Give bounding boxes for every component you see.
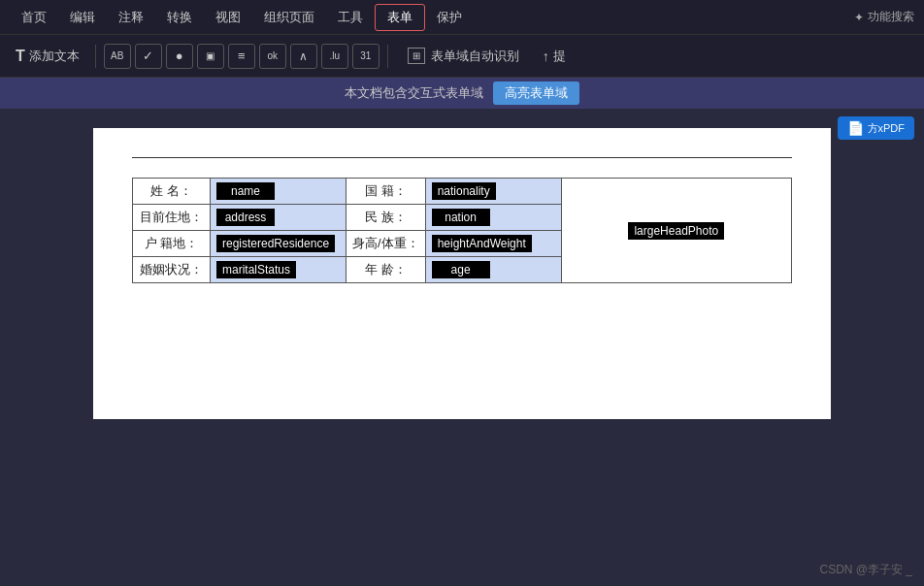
upload-button[interactable]: ↑ 提 (535, 44, 574, 69)
document-area: 姓 名： name 国 籍： nationality largeHeadPhot… (93, 128, 831, 419)
date-icon: 31 (360, 50, 371, 61)
menu-search[interactable]: ✦ 功能搜索 (854, 9, 914, 25)
combo-icon: ▣ (206, 50, 214, 61)
field-age[interactable]: age (425, 257, 561, 283)
label-nation: 民 族： (346, 205, 426, 231)
notice-text: 本文档包含交互式表单域 (345, 84, 483, 102)
search-icon: ✦ (854, 11, 864, 24)
doc-separator (132, 157, 792, 158)
nation-field-value: nation (432, 209, 490, 226)
toolbar-combo-btn[interactable]: ▣ (197, 44, 224, 69)
label-nationality: 国 籍： (346, 179, 426, 205)
residence-field-value: registeredResidence (216, 235, 335, 252)
list-icon: ≡ (238, 49, 246, 63)
photo-field-value: largeHeadPhoto (628, 222, 724, 240)
name-field-value: name (216, 182, 275, 200)
menu-tools[interactable]: 工具 (326, 5, 375, 30)
nationality-field-value: nationality (432, 182, 496, 200)
label-residence: 户 籍地： (133, 231, 211, 257)
pdf-logo-icon: 📄 (847, 120, 864, 136)
photo-cell[interactable]: largeHeadPhoto (561, 179, 791, 283)
ab-icon: AB (111, 50, 123, 61)
field-nationality[interactable]: nationality (425, 179, 561, 205)
stamp-icon: .lu (330, 50, 341, 61)
height-weight-field-value: heightAndWeight (432, 235, 532, 252)
toolbar-sig-btn[interactable]: ∧ (290, 44, 317, 69)
menu-organize[interactable]: 组织页面 (252, 5, 326, 30)
pdf-logo: 📄 方xPDF (838, 116, 915, 140)
upload-icon: ↑ (543, 49, 549, 64)
menu-view[interactable]: 视图 (204, 5, 252, 30)
toolbar-check-btn[interactable]: ✓ (135, 44, 162, 69)
marital-field-value: maritalStatus (216, 261, 296, 278)
sig-icon: ∧ (299, 49, 308, 63)
field-nation[interactable]: nation (425, 205, 561, 231)
toolbar-list-btn[interactable]: ≡ (228, 44, 255, 69)
age-field-value: age (432, 261, 490, 278)
auto-detect-label: 表单域自动识别 (431, 48, 519, 65)
field-height-weight[interactable]: heightAndWeight (425, 231, 561, 257)
menu-home[interactable]: 首页 (10, 5, 58, 30)
radio-icon: ● (176, 49, 183, 63)
menu-convert[interactable]: 转换 (155, 5, 204, 30)
label-name: 姓 名： (133, 179, 211, 205)
pdf-logo-label: 方xPDF (868, 121, 906, 136)
label-age: 年 龄： (346, 257, 426, 283)
add-text-label: 添加文本 (29, 48, 80, 65)
add-text-button[interactable]: T 添加文本 (8, 44, 87, 69)
table-row: 姓 名： name 国 籍： nationality largeHeadPhot… (133, 179, 792, 205)
menu-protect[interactable]: 保护 (425, 5, 474, 30)
menu-form[interactable]: 表单 (375, 4, 425, 31)
upload-label: 提 (553, 48, 566, 65)
ok-icon: ok (268, 50, 279, 61)
toolbar-stamp-btn[interactable]: .lu (321, 44, 348, 69)
divider-2 (387, 45, 388, 68)
notice-bar: 本文档包含交互式表单域 高亮表单域 (0, 78, 924, 109)
highlight-form-button[interactable]: 高亮表单域 (493, 81, 579, 105)
toolbar-ab-btn[interactable]: AB (104, 44, 131, 69)
field-name[interactable]: name (211, 179, 346, 205)
menu-annotate[interactable]: 注释 (107, 5, 155, 30)
watermark: CSDN @李子安 _ (819, 562, 912, 578)
menu-bar: 首页 编辑 注释 转换 视图 组织页面 工具 表单 保护 ✦ 功能搜索 (0, 0, 924, 35)
text-icon: T (16, 48, 25, 65)
menu-edit[interactable]: 编辑 (58, 5, 107, 30)
auto-detect-button[interactable]: ⊞ 表单域自动识别 (396, 44, 531, 69)
label-address: 目前住地： (133, 205, 211, 231)
label-marital: 婚姻状况： (133, 257, 211, 283)
form-table: 姓 名： name 国 籍： nationality largeHeadPhot… (132, 178, 792, 283)
field-address[interactable]: address (211, 205, 346, 231)
main-content: 📄 方xPDF 姓 名： name 国 籍： nationality la (0, 109, 924, 586)
address-field-value: address (216, 209, 275, 226)
auto-detect-icon: ⊞ (408, 48, 425, 64)
toolbar-ok-btn[interactable]: ok (259, 44, 286, 69)
label-height-weight: 身高/体重： (346, 231, 426, 257)
toolbar-date-btn[interactable]: 31 (352, 44, 380, 69)
toolbar: T 添加文本 AB ✓ ● ▣ ≡ ok ∧ .lu 31 ⊞ 表单域自动识别 … (0, 35, 924, 78)
field-marital[interactable]: maritalStatus (211, 257, 346, 283)
check-icon: ✓ (143, 49, 153, 63)
search-label: 功能搜索 (868, 9, 914, 25)
field-residence[interactable]: registeredResidence (211, 231, 346, 257)
divider-1 (95, 45, 96, 68)
toolbar-radio-btn[interactable]: ● (166, 44, 193, 69)
